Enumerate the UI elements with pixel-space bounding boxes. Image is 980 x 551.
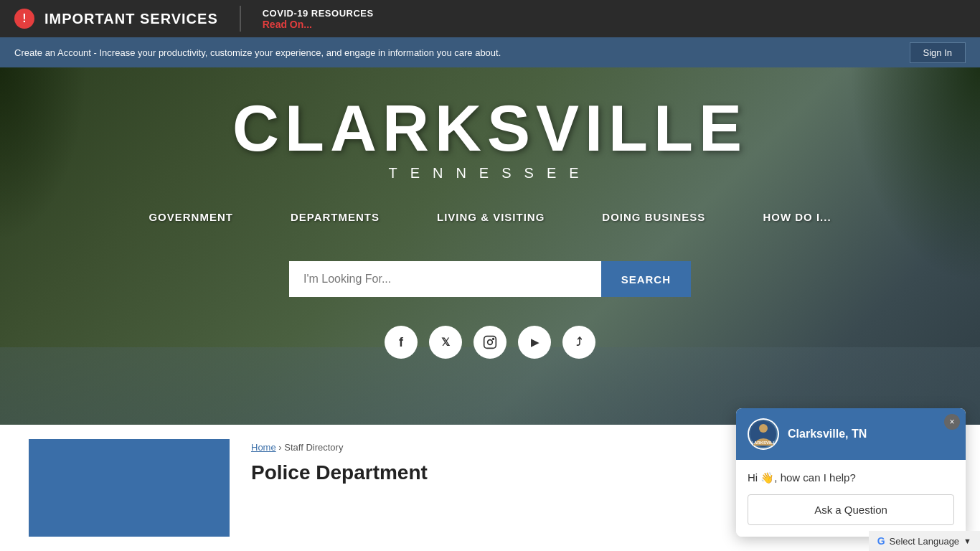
- instagram-icon[interactable]: [473, 326, 507, 359]
- chat-title: Clarksville, TN: [788, 428, 867, 441]
- blue-thumbnail-box: [29, 439, 230, 537]
- search-input[interactable]: [289, 261, 601, 297]
- svg-text:CLARKSVILLE: CLARKSVILLE: [750, 441, 776, 445]
- alert-icon: [14, 9, 34, 29]
- breadcrumb-current: Staff Directory: [284, 442, 343, 453]
- city-state: TENNESSEE: [0, 165, 980, 182]
- chat-avatar-inner: CLARKSVILLE: [749, 420, 778, 448]
- svg-rect-0: [484, 336, 496, 349]
- youtube-icon[interactable]: ▶: [518, 326, 551, 359]
- google-g-icon: G: [877, 535, 885, 547]
- read-on-link[interactable]: Read On...: [263, 19, 374, 30]
- main-nav: GOVERNMENT DEPARTMENTS LIVING & VISITING…: [0, 211, 980, 223]
- translate-label[interactable]: Select Language: [890, 536, 960, 547]
- account-text: Create an Account - Increase your produc…: [14, 47, 501, 58]
- sign-in-button[interactable]: Sign In: [910, 42, 966, 63]
- search-button[interactable]: SEARCH: [601, 261, 691, 297]
- city-name: CLARKSVILLE: [0, 96, 980, 161]
- breadcrumb-separator: ›: [278, 442, 281, 453]
- nav-item-howdoi[interactable]: HOW DO I...: [763, 211, 831, 223]
- svg-point-4: [759, 424, 768, 433]
- twitter-icon[interactable]: 𝕏: [429, 326, 462, 359]
- alert-divider: [240, 6, 241, 32]
- nav-item-departments[interactable]: DEPARTMENTS: [291, 211, 380, 223]
- chat-header: CLARKSVILLE Clarksville, TN: [736, 408, 966, 460]
- city-title: CLARKSVILLE TENNESSEE: [0, 96, 980, 182]
- facebook-icon[interactable]: f: [385, 326, 418, 359]
- chat-avatar: CLARKSVILLE: [748, 418, 779, 450]
- svg-point-1: [488, 340, 493, 345]
- breadcrumb-home[interactable]: Home: [251, 442, 276, 453]
- account-bar: Create an Account - Increase your produc…: [0, 37, 980, 67]
- chat-close-button[interactable]: ×: [944, 414, 960, 430]
- share-icon[interactable]: ⤴: [562, 326, 595, 359]
- covid-title: COVID-19 RESOURCES: [263, 8, 374, 19]
- alert-title: IMPORTANT SERVICES: [44, 11, 218, 27]
- chat-widget: × CLARKSVILLE Clarksville, TN Hi 👋, how …: [736, 408, 966, 537]
- translate-arrow-icon[interactable]: ▼: [963, 537, 971, 545]
- alert-bar: IMPORTANT SERVICES COVID-19 RESOURCES Re…: [0, 0, 980, 37]
- translate-bar: G Select Language ▼: [869, 531, 980, 551]
- chat-body: Hi 👋, how can I help? Ask a Question: [736, 460, 966, 537]
- nav-item-living[interactable]: LIVING & VISITING: [437, 211, 545, 223]
- nav-item-government[interactable]: GOVERNMENT: [149, 211, 233, 223]
- svg-point-2: [493, 339, 494, 340]
- search-container: SEARCH: [289, 261, 691, 297]
- nav-item-business[interactable]: DOING BUSINESS: [602, 211, 705, 223]
- chat-message: Hi 👋, how can I help?: [748, 471, 954, 484]
- social-icons: f 𝕏 ▶ ⤴: [385, 326, 595, 359]
- alert-content: COVID-19 RESOURCES Read On...: [263, 8, 374, 30]
- chat-ask-button[interactable]: Ask a Question: [748, 494, 954, 525]
